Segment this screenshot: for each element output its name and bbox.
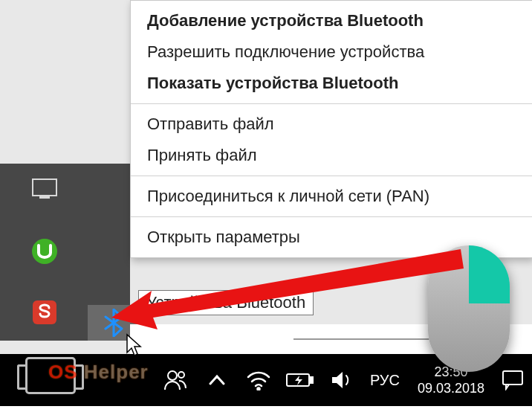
svg-point-5 [178, 372, 184, 378]
svg-rect-0 [33, 179, 56, 196]
menu-separator [131, 216, 532, 217]
menu-receive-file[interactable]: Принять файл [131, 140, 532, 171]
clock-date: 09.03.2018 [418, 380, 484, 397]
bluetooth-icon [104, 309, 123, 337]
svg-rect-1 [39, 196, 50, 199]
menu-separator [131, 103, 532, 104]
bluetooth-context-menu: Добавление устройства Bluetooth Разрешит… [130, 0, 532, 258]
menu-show-devices[interactable]: Показать устройства Bluetooth [131, 68, 532, 99]
action-center-icon[interactable] [495, 354, 531, 406]
menu-allow-connect[interactable]: Разрешить подключение устройства [131, 36, 532, 68]
cursor-icon [126, 333, 143, 357]
zoom-slider[interactable] [293, 338, 442, 340]
menu-separator [131, 176, 532, 176]
utorrent-icon[interactable] [30, 237, 59, 266]
svg-rect-9 [503, 371, 522, 385]
bluetooth-tooltip: Устройства Bluetooth [138, 290, 314, 315]
svg-rect-8 [310, 377, 313, 383]
volume-icon[interactable] [321, 354, 363, 406]
desktop-peek-icon[interactable] [30, 174, 59, 204]
menu-join-pan[interactable]: Присоединиться к личной сети (PAN) [131, 181, 532, 212]
language-indicator[interactable]: РУС [363, 354, 407, 406]
mouse-illustration [428, 245, 510, 372]
svg-marker-10 [111, 249, 464, 329]
menu-add-device[interactable]: Добавление устройства Bluetooth [131, 5, 532, 36]
watermark: OS Helper [48, 361, 149, 384]
svg-point-2 [32, 239, 57, 264]
svg-point-6 [258, 388, 260, 390]
battery-icon[interactable] [279, 354, 321, 406]
people-button[interactable] [155, 354, 196, 406]
svg-point-4 [168, 371, 177, 380]
tray-overflow-button[interactable] [196, 354, 238, 406]
wifi-icon[interactable] [238, 354, 279, 406]
menu-send-file[interactable]: Отправить файл [131, 109, 532, 140]
snagit-icon[interactable] [30, 297, 59, 327]
